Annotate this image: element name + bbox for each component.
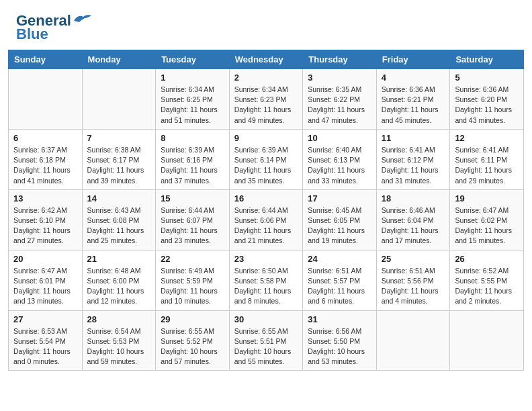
day-number: 28: [87, 314, 151, 324]
day-number: 2: [234, 73, 298, 83]
day-number: 17: [308, 193, 371, 203]
calendar-cell: 8Sunrise: 6:39 AM Sunset: 6:16 PM Daylig…: [156, 129, 230, 189]
calendar-container: SundayMondayTuesdayWednesdayThursdayFrid…: [0, 50, 532, 379]
calendar-cell: [376, 310, 450, 371]
day-detail: Sunrise: 6:40 AM Sunset: 6:13 PM Dayligh…: [308, 145, 371, 186]
day-number: 14: [87, 193, 151, 203]
calendar-cell: 30Sunrise: 6:55 AM Sunset: 5:51 PM Dayli…: [229, 310, 303, 371]
calendar-cell: 15Sunrise: 6:44 AM Sunset: 6:07 PM Dayli…: [156, 189, 230, 250]
calendar-cell: 28Sunrise: 6:54 AM Sunset: 5:53 PM Dayli…: [82, 310, 156, 371]
day-number: 7: [87, 133, 151, 143]
calendar-cell: 13Sunrise: 6:42 AM Sunset: 6:10 PM Dayli…: [9, 189, 83, 250]
day-detail: Sunrise: 6:49 AM Sunset: 5:59 PM Dayligh…: [161, 266, 224, 307]
day-detail: Sunrise: 6:44 AM Sunset: 6:07 PM Dayligh…: [161, 205, 224, 246]
calendar-cell: 6Sunrise: 6:37 AM Sunset: 6:18 PM Daylig…: [9, 129, 83, 189]
calendar-week-5: 27Sunrise: 6:53 AM Sunset: 5:54 PM Dayli…: [9, 310, 524, 371]
day-detail: Sunrise: 6:47 AM Sunset: 6:02 PM Dayligh…: [455, 205, 519, 246]
calendar-cell: 5Sunrise: 6:36 AM Sunset: 6:20 PM Daylig…: [450, 69, 524, 130]
calendar-cell: 10Sunrise: 6:40 AM Sunset: 6:13 PM Dayli…: [303, 129, 377, 189]
day-number: 3: [308, 73, 371, 83]
day-detail: Sunrise: 6:36 AM Sunset: 6:21 PM Dayligh…: [382, 85, 445, 126]
day-number: 9: [234, 133, 298, 143]
day-detail: Sunrise: 6:43 AM Sunset: 6:08 PM Dayligh…: [87, 205, 151, 246]
calendar-table: SundayMondayTuesdayWednesdayThursdayFrid…: [8, 50, 524, 371]
day-number: 30: [234, 314, 298, 324]
calendar-cell: 29Sunrise: 6:55 AM Sunset: 5:52 PM Dayli…: [156, 310, 230, 371]
day-detail: Sunrise: 6:41 AM Sunset: 6:11 PM Dayligh…: [455, 145, 519, 186]
day-detail: Sunrise: 6:54 AM Sunset: 5:53 PM Dayligh…: [87, 326, 151, 367]
day-detail: Sunrise: 6:48 AM Sunset: 6:00 PM Dayligh…: [87, 266, 151, 307]
calendar-cell: 18Sunrise: 6:46 AM Sunset: 6:04 PM Dayli…: [376, 189, 450, 250]
day-detail: Sunrise: 6:37 AM Sunset: 6:18 PM Dayligh…: [13, 145, 77, 186]
day-number: 1: [161, 73, 224, 83]
weekday-header-tuesday: Tuesday: [156, 50, 230, 69]
day-number: 27: [13, 314, 77, 324]
weekday-header-wednesday: Wednesday: [229, 50, 303, 69]
weekday-header-row: SundayMondayTuesdayWednesdayThursdayFrid…: [9, 50, 524, 69]
calendar-week-4: 20Sunrise: 6:47 AM Sunset: 6:01 PM Dayli…: [9, 250, 524, 310]
weekday-header-saturday: Saturday: [450, 50, 524, 69]
calendar-cell: 11Sunrise: 6:41 AM Sunset: 6:12 PM Dayli…: [376, 129, 450, 189]
day-detail: Sunrise: 6:45 AM Sunset: 6:05 PM Dayligh…: [308, 205, 371, 246]
day-number: 29: [161, 314, 224, 324]
day-number: 19: [455, 193, 519, 203]
day-number: 13: [13, 193, 77, 203]
day-detail: Sunrise: 6:52 AM Sunset: 5:55 PM Dayligh…: [455, 266, 519, 307]
day-number: 11: [382, 133, 445, 143]
calendar-cell: [9, 69, 83, 130]
day-number: 5: [455, 73, 519, 83]
day-detail: Sunrise: 6:39 AM Sunset: 6:16 PM Dayligh…: [161, 145, 224, 186]
day-detail: Sunrise: 6:44 AM Sunset: 6:06 PM Dayligh…: [234, 205, 298, 246]
calendar-cell: [82, 69, 156, 130]
day-detail: Sunrise: 6:35 AM Sunset: 6:22 PM Dayligh…: [308, 85, 371, 126]
weekday-header-sunday: Sunday: [9, 50, 83, 69]
day-detail: Sunrise: 6:42 AM Sunset: 6:10 PM Dayligh…: [13, 205, 77, 246]
calendar-cell: 16Sunrise: 6:44 AM Sunset: 6:06 PM Dayli…: [229, 189, 303, 250]
day-detail: Sunrise: 6:53 AM Sunset: 5:54 PM Dayligh…: [13, 326, 77, 367]
calendar-cell: 19Sunrise: 6:47 AM Sunset: 6:02 PM Dayli…: [450, 189, 524, 250]
calendar-cell: 21Sunrise: 6:48 AM Sunset: 6:00 PM Dayli…: [82, 250, 156, 310]
day-detail: Sunrise: 6:47 AM Sunset: 6:01 PM Dayligh…: [13, 266, 77, 307]
calendar-cell: 7Sunrise: 6:38 AM Sunset: 6:17 PM Daylig…: [82, 129, 156, 189]
calendar-cell: 27Sunrise: 6:53 AM Sunset: 5:54 PM Dayli…: [9, 310, 83, 371]
day-detail: Sunrise: 6:41 AM Sunset: 6:12 PM Dayligh…: [382, 145, 445, 186]
calendar-week-1: 1Sunrise: 6:34 AM Sunset: 6:25 PM Daylig…: [9, 69, 524, 130]
logo: General Blue: [16, 12, 93, 43]
calendar-cell: 3Sunrise: 6:35 AM Sunset: 6:22 PM Daylig…: [303, 69, 377, 130]
calendar-cell: 23Sunrise: 6:50 AM Sunset: 5:58 PM Dayli…: [229, 250, 303, 310]
calendar-cell: 31Sunrise: 6:56 AM Sunset: 5:50 PM Dayli…: [303, 310, 377, 371]
day-number: 21: [87, 254, 151, 264]
day-number: 6: [13, 133, 77, 143]
calendar-cell: 24Sunrise: 6:51 AM Sunset: 5:57 PM Dayli…: [303, 250, 377, 310]
day-detail: Sunrise: 6:51 AM Sunset: 5:57 PM Dayligh…: [308, 266, 371, 307]
day-detail: Sunrise: 6:55 AM Sunset: 5:51 PM Dayligh…: [234, 326, 298, 367]
day-number: 8: [161, 133, 224, 143]
day-number: 24: [308, 254, 371, 264]
calendar-week-2: 6Sunrise: 6:37 AM Sunset: 6:18 PM Daylig…: [9, 129, 524, 189]
day-number: 15: [161, 193, 224, 203]
day-detail: Sunrise: 6:55 AM Sunset: 5:52 PM Dayligh…: [161, 326, 224, 367]
day-number: 25: [382, 254, 445, 264]
calendar-cell: 22Sunrise: 6:49 AM Sunset: 5:59 PM Dayli…: [156, 250, 230, 310]
weekday-header-thursday: Thursday: [303, 50, 377, 69]
day-detail: Sunrise: 6:50 AM Sunset: 5:58 PM Dayligh…: [234, 266, 298, 307]
weekday-header-friday: Friday: [376, 50, 450, 69]
day-detail: Sunrise: 6:39 AM Sunset: 6:14 PM Dayligh…: [234, 145, 298, 186]
calendar-cell: 2Sunrise: 6:34 AM Sunset: 6:23 PM Daylig…: [229, 69, 303, 130]
day-detail: Sunrise: 6:34 AM Sunset: 6:25 PM Dayligh…: [161, 85, 224, 126]
calendar-cell: 4Sunrise: 6:36 AM Sunset: 6:21 PM Daylig…: [376, 69, 450, 130]
calendar-cell: 14Sunrise: 6:43 AM Sunset: 6:08 PM Dayli…: [82, 189, 156, 250]
day-number: 26: [455, 254, 519, 264]
day-detail: Sunrise: 6:34 AM Sunset: 6:23 PM Dayligh…: [234, 85, 298, 126]
calendar-cell: [450, 310, 524, 371]
logo-blue-text: Blue: [16, 26, 48, 43]
day-number: 23: [234, 254, 298, 264]
day-number: 10: [308, 133, 371, 143]
day-detail: Sunrise: 6:56 AM Sunset: 5:50 PM Dayligh…: [308, 326, 371, 367]
day-detail: Sunrise: 6:38 AM Sunset: 6:17 PM Dayligh…: [87, 145, 151, 186]
calendar-week-3: 13Sunrise: 6:42 AM Sunset: 6:10 PM Dayli…: [9, 189, 524, 250]
calendar-cell: 26Sunrise: 6:52 AM Sunset: 5:55 PM Dayli…: [450, 250, 524, 310]
calendar-cell: 25Sunrise: 6:51 AM Sunset: 5:56 PM Dayli…: [376, 250, 450, 310]
day-number: 12: [455, 133, 519, 143]
day-number: 16: [234, 193, 298, 203]
